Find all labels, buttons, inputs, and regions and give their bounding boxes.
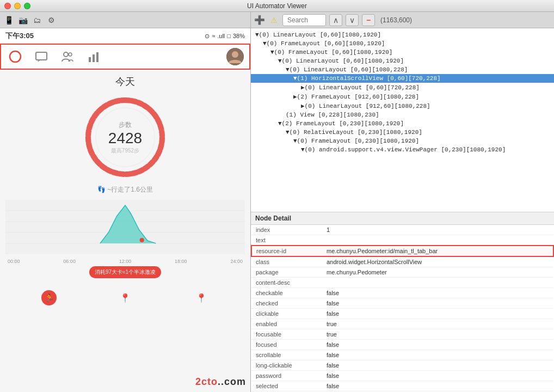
- chart-label-0: 00:00: [8, 259, 20, 264]
- status-icons: ⊙ ≈ .ull □ 38%: [205, 33, 245, 40]
- tree-item[interactable]: ▼(1) HorizontalScrollView [0,60][720,228…: [251, 74, 554, 83]
- tab-ring[interactable]: [7, 48, 24, 65]
- node-field-key: resource-id: [251, 246, 322, 256]
- tab-chat[interactable]: [33, 48, 50, 65]
- tree-item[interactable]: ▼(2) FrameLayout [0,230][1080,1920]: [251, 119, 554, 128]
- tree-item[interactable]: ▼(0) FrameLayout [0,60][1080,1920]: [251, 39, 554, 48]
- node-field-value: false: [322, 298, 553, 309]
- distance-row: 👣 ~行走了1.6公里: [5, 185, 245, 194]
- chart-label-3: 18:00: [175, 259, 187, 264]
- tree-view[interactable]: ▼(0) LinearLayout [0,60][1080,1920]▼(0) …: [251, 28, 554, 212]
- window-title: UI Automator Viewer: [247, 2, 307, 10]
- main-content: 📱 📷 🗂 ⚙ 下午3:05 ⊙ ≈ .ull □ 38%: [0, 12, 554, 392]
- node-field-key: clickable: [251, 309, 322, 319]
- calories-center: 消耗97大卡≈1个半冰激凌: [5, 264, 245, 280]
- window-controls: [4, 3, 30, 9]
- header-tabs: [7, 48, 102, 65]
- avatar[interactable]: [226, 48, 244, 65]
- phone-screen: 下午3:05 ⊙ ≈ .ull □ 38%: [0, 28, 250, 392]
- svg-rect-1: [36, 52, 47, 60]
- search-input[interactable]: [282, 14, 326, 26]
- node-detail-row: classandroid.widget.HorizontalScrollView: [251, 256, 553, 267]
- status-bar: 下午3:05 ⊙ ≈ .ull □ 38%: [0, 28, 250, 44]
- node-field-key: index: [251, 225, 322, 235]
- app-body: 今天 步数 2428: [0, 70, 250, 286]
- node-field-key: text: [251, 235, 322, 246]
- today-title: 今天: [5, 75, 245, 88]
- node-field-value: 1: [322, 225, 553, 235]
- hierarchy-icon[interactable]: 🗂: [32, 15, 42, 26]
- steps-count: 2428: [108, 130, 142, 147]
- close-button[interactable]: [4, 3, 11, 9]
- watermark-text1: 2cto: [195, 376, 218, 387]
- right-panel: ➕ ⚠ ∧ ∨ − (1163,600) ▼(0) LinearLayout […: [250, 12, 554, 392]
- node-field-key: package: [251, 267, 322, 278]
- add-icon[interactable]: ➕: [254, 15, 265, 26]
- tab-stats[interactable]: [85, 48, 102, 65]
- prev-button[interactable]: ∧: [329, 14, 342, 26]
- step-circle-container: 步数 2428 最高7952步: [5, 94, 245, 181]
- maximize-button[interactable]: [24, 3, 30, 9]
- minimize-button[interactable]: [14, 3, 21, 9]
- nav-icon-location1[interactable]: 📍: [118, 290, 133, 305]
- svg-rect-5: [93, 54, 95, 62]
- battery-icon: □: [227, 33, 231, 39]
- tree-item[interactable]: ▼(0) LinearLayout [0,60][1080,228]: [251, 65, 554, 74]
- node-field-key: focused: [251, 340, 322, 350]
- tree-item[interactable]: ▼(0) FrameLayout [0,60][1080,1920]: [251, 48, 554, 57]
- tree-item[interactable]: ▼(0) android.support.v4.view.ViewPager […: [251, 145, 554, 154]
- node-field-key: checkable: [251, 288, 322, 298]
- next-button[interactable]: ∨: [346, 14, 359, 26]
- screenshot-icon[interactable]: 📷: [17, 15, 28, 26]
- signal-icon: .ull: [217, 33, 225, 39]
- footprint-icon: 👣: [97, 186, 106, 193]
- tree-item[interactable]: ▼(0) LinearLayout [0,60][1080,1920]: [251, 57, 554, 65]
- node-detail-row: content-desc: [251, 278, 553, 288]
- svg-point-0: [10, 51, 21, 62]
- node-field-key: enabled: [251, 319, 322, 329]
- tree-item[interactable]: ▶(2) FrameLayout [912,60][1080,228]: [251, 92, 554, 101]
- left-toolbar: 📱 📷 🗂 ⚙: [0, 12, 250, 28]
- settings-icon[interactable]: ⚙: [46, 15, 57, 26]
- calories-text: 消耗97大卡≈1个半冰激凌: [95, 269, 156, 275]
- steps-max: 最高7952步: [108, 147, 142, 155]
- tree-item[interactable]: ▼(0) RelativeLayout [0,230][1080,1920]: [251, 128, 554, 137]
- tree-item[interactable]: ▶(0) LinearLayout [912,60][1080,228]: [251, 101, 554, 111]
- device-icon[interactable]: 📱: [3, 15, 14, 26]
- node-field-value: false: [322, 360, 553, 371]
- node-detail-row: clickablefalse: [251, 309, 553, 319]
- svg-point-2: [64, 52, 68, 57]
- chart-label-2: 12:00: [119, 259, 132, 264]
- calories-bar: 消耗97大卡≈1个半冰激凌: [89, 266, 161, 278]
- node-field-key: content-desc: [251, 278, 322, 288]
- node-field-key: selected: [251, 381, 322, 391]
- node-field-key: password: [251, 371, 322, 381]
- node-detail-row: focusabletrue: [251, 329, 553, 340]
- tree-item[interactable]: (1) View [0,228][1080,230]: [251, 111, 554, 119]
- tab-people[interactable]: [59, 48, 76, 65]
- node-field-value: android.widget.HorizontalScrollView: [322, 256, 553, 267]
- node-detail-row: focusedfalse: [251, 340, 553, 350]
- watermark: 2cto..com: [195, 376, 246, 388]
- node-field-key: scrollable: [251, 350, 322, 360]
- tree-item[interactable]: ▶(0) LinearLayout [0,60][720,228]: [251, 83, 554, 92]
- nav-icon-home[interactable]: 🏃: [41, 290, 57, 305]
- node-detail-row: long-clickablefalse: [251, 360, 553, 371]
- node-field-value: false: [322, 309, 553, 319]
- node-detail-title: Node Detail: [251, 212, 554, 225]
- node-field-value: [322, 278, 553, 288]
- wifi-icon: ≈: [212, 33, 215, 39]
- minus-button[interactable]: −: [362, 14, 375, 26]
- bottom-nav: 🏃 📍 📍: [0, 288, 250, 308]
- chart-label-1: 06:00: [63, 259, 76, 264]
- step-circle: 步数 2428 最高7952步: [82, 94, 169, 181]
- node-detail: Node Detail index1textresource-idme.chun…: [251, 212, 554, 392]
- warning-icon[interactable]: ⚠: [268, 15, 279, 26]
- nav-icon-location2[interactable]: 📍: [194, 290, 209, 305]
- svg-rect-4: [89, 57, 91, 62]
- tree-item[interactable]: ▼(0) LinearLayout [0,60][1080,1920]: [251, 30, 554, 39]
- node-detail-row: checkablefalse: [251, 288, 553, 298]
- node-field-value: [322, 235, 553, 246]
- tree-item[interactable]: ▼(0) FrameLayout [0,230][1080,1920]: [251, 137, 554, 145]
- node-field-value: true: [322, 329, 553, 340]
